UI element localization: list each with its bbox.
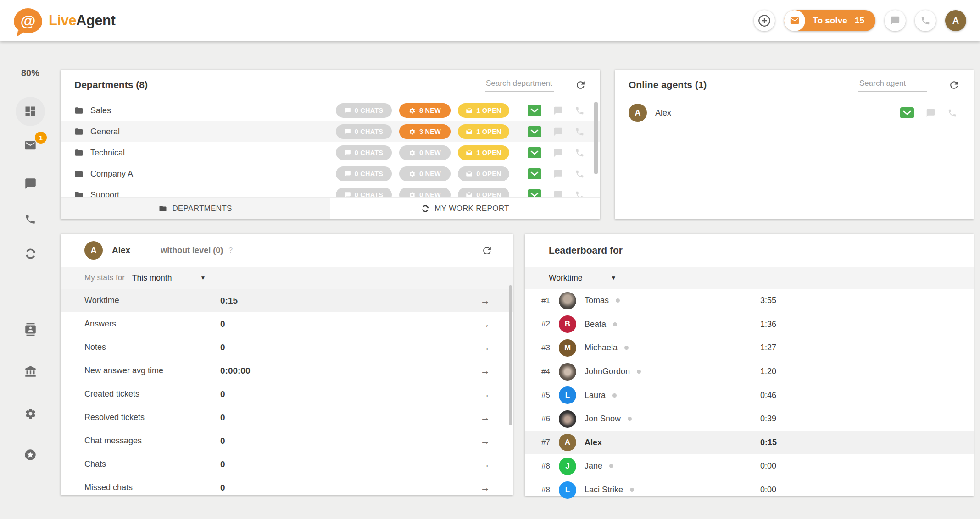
new-ticket-icon[interactable] — [528, 126, 541, 138]
open-tickets-chip[interactable]: 0 OPEN — [458, 188, 509, 197]
stat-row[interactable]: Chat messages 0 → — [61, 429, 513, 453]
chats-count-chip[interactable]: 0 CHATS — [336, 103, 392, 118]
arrow-right-icon[interactable]: → — [480, 342, 490, 353]
department-row[interactable]: Company A 0 CHATS 0 NEW 0 OPEN — [61, 163, 600, 184]
arrow-right-icon[interactable]: → — [480, 436, 490, 447]
agent-search-input[interactable] — [858, 78, 927, 92]
refresh-icon[interactable] — [481, 245, 493, 256]
my-stats-scrollbar[interactable] — [509, 285, 512, 425]
liveagent-logo[interactable]: @ LiveAgent — [14, 8, 115, 33]
chat-icon[interactable] — [553, 106, 563, 116]
open-tickets-chip[interactable]: 1 OPEN — [458, 103, 509, 118]
help-icon[interactable]: ? — [228, 246, 233, 254]
arrow-right-icon[interactable]: → — [480, 389, 490, 400]
arrow-right-icon[interactable]: → — [480, 459, 490, 470]
new-tickets-chip[interactable]: 3 NEW — [399, 124, 451, 139]
leaderboard-row[interactable]: #7 A Alex 0:15 — [525, 431, 974, 455]
stat-row[interactable]: Notes 0 → — [61, 336, 513, 359]
leaderboard-row[interactable]: #8 J Jane 0:00 — [525, 454, 974, 478]
stat-row[interactable]: New answer avg time 0:00:00 → — [61, 359, 513, 382]
sidebar-item-badges[interactable] — [16, 440, 45, 469]
tab-departments[interactable]: DEPARTMENTS — [61, 198, 330, 219]
new-ticket-icon[interactable] — [528, 147, 541, 159]
leaderboard-row[interactable]: #4 JohnGordon 1:20 — [525, 360, 974, 384]
arrow-right-icon[interactable]: → — [480, 482, 490, 493]
sidebar-item-calls[interactable] — [16, 204, 45, 234]
my-stats-filter-value[interactable]: This month — [132, 273, 172, 283]
arrow-right-icon[interactable]: → — [480, 365, 490, 376]
stat-row[interactable]: Chats 0 → — [61, 453, 513, 476]
logo-agent: Agent — [76, 12, 115, 28]
new-tickets-chip[interactable]: 0 NEW — [399, 188, 451, 197]
leaderboard-row[interactable]: #1 Tomas 3:55 — [525, 289, 974, 313]
leaderboard-row[interactable]: #6 Jon Snow 0:39 — [525, 407, 974, 431]
stat-row[interactable]: Resolved tickets 0 → — [61, 406, 513, 429]
phone-icon[interactable] — [575, 169, 585, 179]
chats-count-chip[interactable]: 0 CHATS — [336, 188, 392, 197]
arrow-right-icon[interactable]: → — [480, 319, 490, 330]
new-ticket-icon[interactable] — [528, 189, 541, 198]
agent-avatar: M — [559, 339, 576, 357]
sidebar-item-settings[interactable] — [16, 399, 45, 428]
department-row[interactable]: General 0 CHATS 3 NEW 1 OPEN — [61, 121, 600, 142]
new-ticket-icon[interactable] — [528, 168, 541, 180]
agent-row[interactable]: A Alex — [615, 100, 974, 126]
phone-icon[interactable] — [575, 148, 585, 158]
create-new-button[interactable] — [754, 10, 775, 31]
department-search-input[interactable] — [485, 78, 554, 92]
new-ticket-icon[interactable] — [900, 107, 914, 119]
chevron-down-icon[interactable]: ▼ — [611, 275, 617, 281]
sidebar-item-tickets[interactable]: 1 — [16, 131, 45, 160]
rank-label: #4 — [541, 367, 559, 376]
phone-icon[interactable] — [575, 190, 585, 198]
chats-count-chip[interactable]: 0 CHATS — [336, 166, 392, 181]
stat-row[interactable]: Answers 0 → — [61, 312, 513, 336]
to-solve-count: 15 — [855, 16, 864, 26]
department-row[interactable]: Sales 0 CHATS 8 NEW 1 OPEN — [61, 100, 600, 121]
chat-icon[interactable] — [553, 169, 563, 179]
open-tickets-chip[interactable]: 1 OPEN — [458, 145, 509, 160]
new-tickets-chip[interactable]: 0 NEW — [399, 145, 451, 160]
new-ticket-icon[interactable] — [528, 105, 541, 116]
agent-avatar: A — [559, 434, 576, 451]
sidebar-item-companies[interactable] — [16, 357, 45, 386]
stat-row[interactable]: Missed chats 0 → — [61, 476, 513, 499]
refresh-icon[interactable] — [575, 79, 586, 91]
tab-my-work-report[interactable]: MY WORK REPORT — [330, 198, 600, 219]
open-tickets-chip[interactable]: 0 OPEN — [458, 166, 509, 181]
chat-icon[interactable] — [553, 190, 563, 198]
leaderboard-row[interactable]: #8 L Laci Strike 0:00 — [525, 478, 974, 502]
to-solve-button[interactable]: To solve 15 — [784, 10, 875, 31]
chat-icon[interactable] — [553, 127, 563, 137]
leaderboard-filter-value[interactable]: Worktime — [549, 273, 583, 283]
phone-icon[interactable] — [575, 106, 585, 116]
arrow-right-icon[interactable]: → — [480, 412, 490, 423]
refresh-icon[interactable] — [948, 79, 960, 91]
departments-scrollbar[interactable] — [594, 102, 598, 174]
sidebar-item-reports[interactable] — [16, 239, 45, 268]
department-row[interactable]: Support 0 CHATS 0 NEW 0 OPEN — [61, 184, 600, 197]
user-avatar[interactable]: A — [945, 10, 966, 31]
arrow-right-icon[interactable]: → — [480, 295, 490, 306]
chats-count-chip[interactable]: 0 CHATS — [336, 124, 392, 139]
chats-count-chip[interactable]: 0 CHATS — [336, 145, 392, 160]
calls-button[interactable] — [915, 10, 936, 31]
stat-row[interactable]: Worktime 0:15 → — [61, 289, 513, 312]
sidebar-item-contacts[interactable] — [16, 315, 45, 344]
leaderboard-row[interactable]: #2 B Beata 1:36 — [525, 313, 974, 337]
phone-icon[interactable] — [947, 108, 957, 118]
new-tickets-chip[interactable]: 0 NEW — [399, 166, 451, 181]
open-tickets-chip[interactable]: 1 OPEN — [458, 124, 509, 139]
chevron-down-icon[interactable]: ▼ — [200, 275, 206, 281]
chat-icon[interactable] — [553, 148, 563, 158]
sidebar-item-dashboard[interactable] — [16, 97, 45, 126]
new-tickets-chip[interactable]: 8 NEW — [399, 103, 451, 118]
leaderboard-row[interactable]: #3 M Michaela 1:27 — [525, 336, 974, 360]
stat-row[interactable]: Created tickets 0 → — [61, 382, 513, 406]
leaderboard-row[interactable]: #5 L Laura 0:46 — [525, 383, 974, 407]
department-row[interactable]: Technical 0 CHATS 0 NEW 1 OPEN — [61, 142, 600, 163]
sidebar-item-chats[interactable] — [16, 169, 45, 198]
chats-button[interactable] — [885, 10, 906, 31]
phone-icon[interactable] — [575, 127, 585, 137]
chat-icon[interactable] — [926, 108, 935, 118]
